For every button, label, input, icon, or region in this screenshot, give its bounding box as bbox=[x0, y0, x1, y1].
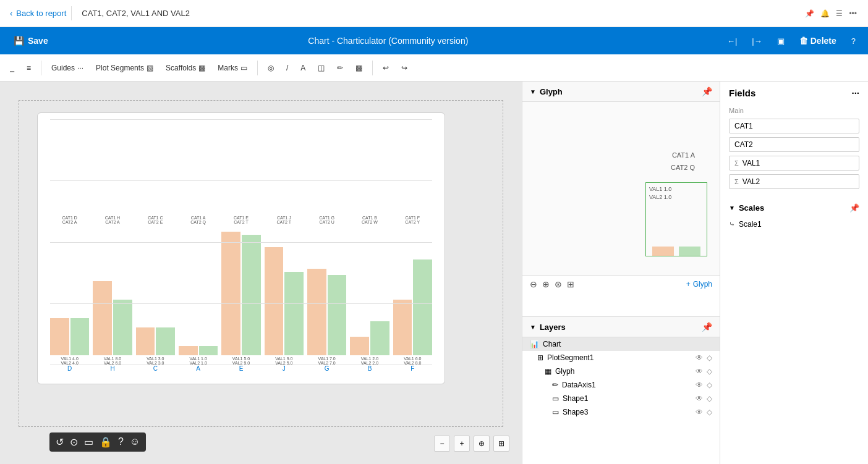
eye-icon-axis[interactable]: 👁 bbox=[696, 381, 703, 389]
marks-button[interactable]: Marks ▭ bbox=[213, 61, 252, 75]
reset-btn[interactable]: ↺ bbox=[56, 436, 64, 448]
help-canvas-btn[interactable]: ? bbox=[118, 436, 124, 448]
glyph-header-icons: 📌 bbox=[702, 86, 712, 96]
zoom-in-btn[interactable]: + bbox=[454, 436, 470, 452]
line-tool-button[interactable]: ⎯ bbox=[5, 61, 19, 75]
grid-icon: ⊞ bbox=[537, 353, 543, 362]
eye-icon-shape3[interactable]: 👁 bbox=[696, 408, 703, 416]
fit-glyph-btn[interactable]: ⊛ bbox=[555, 279, 562, 289]
layer-glyph[interactable]: ▦ Glyph 👁 ◇ bbox=[522, 365, 720, 378]
canvas-area[interactable]: CAT1 DCAT2 AVAL1 4.0VAL2 4.0CAT1 HCAT2 A… bbox=[0, 82, 522, 464]
undo-icon: ↩ bbox=[383, 64, 389, 72]
glyph-layers-panel: ▼ Glyph 📌 CAT1 A CAT2 Q bbox=[522, 82, 720, 464]
field-cat1[interactable]: CAT1 bbox=[729, 119, 859, 133]
sigma-icon-val1: Σ bbox=[734, 159, 739, 167]
diamond-icon[interactable]: ◇ bbox=[707, 353, 712, 362]
pen-tool[interactable]: ✏ bbox=[332, 61, 348, 75]
scaffolds-button[interactable]: Scaffolds ▩ bbox=[161, 61, 210, 75]
lock-btn[interactable]: 🔒 bbox=[100, 436, 112, 448]
expand-right-button[interactable]: |→ bbox=[747, 34, 767, 48]
text-tool[interactable]: A bbox=[296, 61, 310, 75]
main-layout: CAT1 DCAT2 AVAL1 4.0VAL2 4.0CAT1 HCAT2 A… bbox=[0, 82, 868, 464]
eye-icon-glyph[interactable]: 👁 bbox=[696, 367, 703, 376]
bar-group: CAT1 ACAT2 QVAL1 1.0VAL2 1.0 bbox=[179, 216, 218, 365]
glyph-pin-icon[interactable]: 📌 bbox=[702, 86, 712, 96]
layer-plot-label: PlotSegment1 bbox=[547, 353, 692, 362]
glyph-layers-wrapper: ▼ Glyph 📌 CAT1 A CAT2 Q bbox=[522, 82, 720, 464]
copy-button[interactable]: ▣ bbox=[772, 34, 789, 48]
undo-button[interactable]: ↩ bbox=[378, 61, 394, 75]
plot-segments-button[interactable]: Plot Segments ▧ bbox=[91, 61, 158, 75]
diamond-icon-axis[interactable]: ◇ bbox=[707, 381, 712, 389]
bar-val2 bbox=[70, 318, 90, 355]
bar-group: CAT1 CCAT2 EVAL1 3.0VAL2 3.0 bbox=[136, 216, 175, 365]
glyph-canvas[interactable]: CAT1 A CAT2 Q VAL1 1.0 VAL2 1.0 bbox=[522, 102, 720, 275]
emoji-btn[interactable]: ☺ bbox=[130, 436, 140, 448]
x-axis-label: C bbox=[136, 365, 175, 378]
redo-icon: ↪ bbox=[401, 64, 407, 72]
right-panels: ▼ Glyph 📌 CAT1 A CAT2 Q bbox=[522, 82, 868, 464]
field-val2[interactable]: Σ VAL2 bbox=[729, 174, 859, 189]
layer-shape3[interactable]: ▭ Shape3 👁 ◇ bbox=[522, 405, 720, 419]
expand-glyph-btn[interactable]: ⊞ bbox=[567, 279, 574, 289]
bell-icon[interactable]: 🔔 bbox=[820, 9, 830, 18]
glyph-bar-val1 bbox=[652, 247, 674, 256]
layers-section: ▼ Layers 📌 📊 Chart ⊞ PlotSegment1 👁 bbox=[522, 316, 720, 464]
diamond-icon-glyph[interactable]: ◇ bbox=[707, 367, 712, 376]
eye-icon[interactable]: 👁 bbox=[696, 353, 703, 362]
val2-label: VAL2 bbox=[742, 177, 760, 186]
field-val1[interactable]: Σ VAL1 bbox=[729, 156, 859, 171]
x-axis-label: B bbox=[350, 365, 389, 378]
layer-data-axis[interactable]: ✏ DataAxis1 👁 ◇ bbox=[522, 378, 720, 392]
divider3 bbox=[372, 61, 373, 75]
diamond-icon-shape3[interactable]: ◇ bbox=[707, 408, 712, 416]
canvas-bottom-toolbar: ↺ ⊙ ▭ 🔒 ? ☺ bbox=[49, 432, 146, 452]
zoom-grid-btn[interactable]: ⊞ bbox=[493, 436, 509, 452]
target-btn[interactable]: ⊙ bbox=[70, 436, 78, 448]
fields-more-icon[interactable]: ··· bbox=[851, 88, 859, 98]
rect-btn[interactable]: ▭ bbox=[84, 436, 93, 448]
back-button[interactable]: ‹ Back to report bbox=[5, 6, 72, 20]
lasso-tool[interactable]: ◎ bbox=[263, 61, 279, 75]
table-tool[interactable]: ◫ bbox=[313, 61, 330, 75]
trash-icon: 🗑 bbox=[799, 36, 808, 46]
zoom-out-btn[interactable]: − bbox=[434, 436, 450, 452]
layer-shape1[interactable]: ▭ Shape1 👁 ◇ bbox=[522, 392, 720, 405]
bar-val1 bbox=[221, 232, 240, 355]
list-tool-button[interactable]: ≡ bbox=[22, 61, 36, 75]
fields-section-label: Main bbox=[720, 104, 868, 117]
layer-axis-label: DataAxis1 bbox=[562, 381, 692, 389]
field-cat2[interactable]: CAT2 bbox=[729, 137, 859, 152]
diamond-icon-shape1[interactable]: ◇ bbox=[707, 394, 712, 403]
eye-icon-shape1[interactable]: 👁 bbox=[696, 394, 703, 403]
layer-chart[interactable]: 📊 Chart bbox=[522, 337, 720, 351]
delete-button[interactable]: 🗑 Delete bbox=[794, 33, 841, 48]
bar-data-labels: VAL1 2.0VAL2 2.0 bbox=[361, 356, 378, 365]
pin-icon[interactable]: 📌 bbox=[805, 9, 814, 18]
bar-group: CAT1 FCAT2 YVAL1 6.0VAL2 8.0 bbox=[393, 216, 432, 365]
save-button[interactable]: 💾 Save bbox=[7, 33, 54, 48]
zoom-out-glyph-btn[interactable]: ⊖ bbox=[530, 279, 537, 289]
scale-item-1[interactable]: ⤷ Scale1 bbox=[720, 217, 868, 231]
scales-pin-icon[interactable]: 📌 bbox=[849, 203, 859, 213]
zoom-in-glyph-btn[interactable]: ⊕ bbox=[542, 279, 550, 289]
more-icon[interactable]: ••• bbox=[849, 9, 857, 18]
layer-plot-segment[interactable]: ⊞ PlotSegment1 👁 ◇ bbox=[522, 351, 720, 365]
guides-button[interactable]: Guides ··· bbox=[46, 61, 88, 75]
cat1-label: CAT1 bbox=[734, 122, 753, 130]
zoom-fit-btn[interactable]: ⊕ bbox=[474, 436, 490, 452]
help-button[interactable]: ? bbox=[846, 34, 861, 48]
diagonal-icon: / bbox=[286, 64, 288, 72]
add-glyph-button[interactable]: + Glyph bbox=[686, 280, 712, 289]
expand-left-button[interactable]: ←| bbox=[722, 34, 742, 48]
plot-segments-label: Plot Segments bbox=[96, 64, 144, 72]
diagonal-tool[interactable]: / bbox=[281, 61, 293, 75]
layers-pin-icon[interactable]: 📌 bbox=[702, 322, 712, 332]
bars-wrapper bbox=[307, 226, 346, 355]
scale1-label: Scale1 bbox=[739, 220, 762, 229]
chart-tool[interactable]: ▩ bbox=[351, 61, 367, 75]
menu-icon[interactable]: ☰ bbox=[836, 9, 843, 18]
bar-group-top-labels: CAT1 GCAT2 U bbox=[319, 216, 334, 224]
redo-button[interactable]: ↪ bbox=[396, 61, 412, 75]
chart-plot: CAT1 DCAT2 AVAL1 4.0VAL2 4.0CAT1 HCAT2 A… bbox=[44, 119, 438, 365]
